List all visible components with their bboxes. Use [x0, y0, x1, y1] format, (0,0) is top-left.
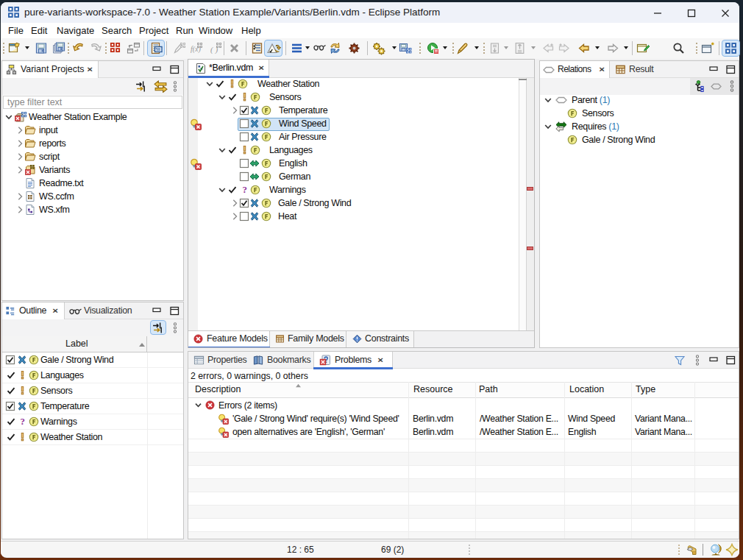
svg-text:( ): ( ) — [210, 45, 218, 54]
svg-text:f(x): f(x) — [191, 45, 202, 54]
